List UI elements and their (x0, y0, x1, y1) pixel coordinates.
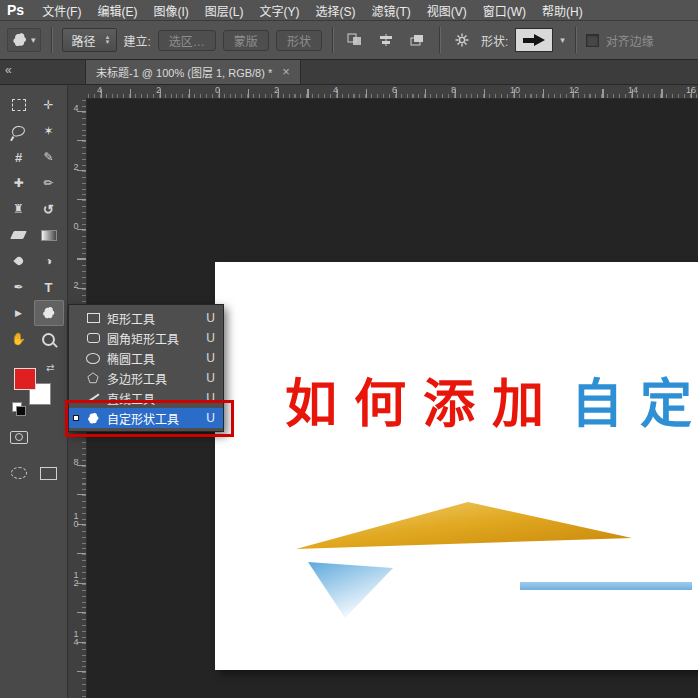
shape-settings-button[interactable] (450, 28, 474, 52)
swap-colors-icon[interactable]: ⇄ (46, 362, 54, 373)
shape-picker-swatch[interactable] (515, 28, 553, 52)
path-operations-button[interactable] (343, 28, 367, 52)
arrow-shape-thumbnail (523, 34, 545, 46)
flyout-item-rectangle-tool[interactable]: 矩形工具 U (69, 308, 223, 328)
crop-tool[interactable]: # (4, 144, 34, 170)
chevron-down-icon: ▾ (31, 35, 36, 45)
ruler-number: 10 (71, 511, 81, 527)
rounded-rectangle-icon (84, 333, 102, 343)
ruler-number: 16 (686, 85, 696, 95)
flyout-item-rounded-rectangle-tool[interactable]: 圆角矩形工具 U (69, 328, 223, 348)
menu-layer[interactable]: 图层(L) (197, 2, 252, 19)
menu-type[interactable]: 文字(Y) (251, 2, 307, 19)
make-mask-button[interactable]: 蒙版 (223, 30, 269, 51)
blur-tool[interactable] (4, 248, 34, 274)
photoshop-logo: Ps (0, 2, 34, 18)
tab-bar: 未标题-1 @ 100% (图层 1, RGB/8) * × (0, 60, 698, 85)
tool-mode-select[interactable]: 路径 ▲ ▼ (62, 28, 117, 52)
custom-shape-icon (12, 32, 28, 48)
document-tab[interactable]: 未标题-1 @ 100% (图层 1, RGB/8) * × (85, 60, 301, 84)
screen-mode-alt-button[interactable] (34, 460, 64, 486)
make-selection-button[interactable]: 选区… (158, 30, 216, 51)
lasso-icon (11, 125, 26, 137)
healing-brush-tool[interactable]: ✚ (4, 170, 34, 196)
screen-mode-button[interactable] (4, 460, 34, 486)
rect-marquee-tool[interactable] (4, 92, 34, 118)
flyout-item-polygon-tool[interactable]: 多边形工具 U (69, 368, 223, 388)
gradient-icon (41, 230, 57, 241)
ruler-number: 14 (71, 629, 81, 645)
default-colors-icon[interactable] (12, 402, 22, 412)
menu-file[interactable]: 文件(F) (34, 2, 89, 19)
ruler-corner[interactable] (68, 84, 87, 99)
current-tool-marker (73, 355, 79, 361)
zoom-tool[interactable] (34, 326, 64, 352)
menu-view[interactable]: 视图(V) (419, 2, 475, 19)
shape-picker-chevron-icon[interactable]: ▾ (560, 35, 565, 45)
current-tool-marker (73, 375, 79, 381)
clone-stamp-tool[interactable]: ♜ (4, 196, 34, 222)
current-tool-marker (73, 415, 79, 421)
make-label: 建立: (124, 32, 151, 49)
quick-mask-icon (10, 431, 28, 444)
align-edges-checkbox[interactable] (586, 34, 599, 47)
foreground-color-swatch[interactable] (14, 368, 36, 390)
blue-bar-shape (520, 582, 692, 590)
flyout-item-custom-shape-tool[interactable]: 自定形状工具 U (69, 408, 223, 428)
ruler-number: 14 (628, 85, 638, 95)
custom-shape-icon (84, 412, 102, 425)
document-canvas[interactable]: 如何添加自定 (215, 262, 698, 670)
magic-wand-icon: ✶ (43, 125, 53, 137)
separator (51, 27, 52, 53)
custom-shape-tool[interactable] (34, 300, 64, 326)
flyout-item-line-tool[interactable]: 直线工具 U (69, 388, 223, 408)
collapse-panel-icon[interactable]: « (5, 63, 12, 77)
close-icon[interactable]: × (282, 67, 290, 77)
flyout-item-shortcut: U (206, 391, 217, 405)
path-arrange-button[interactable] (405, 28, 429, 52)
ruler-number: 12 (71, 570, 81, 586)
menu-help[interactable]: 帮助(H) (534, 2, 591, 19)
tool-preset-button[interactable]: ▾ (7, 28, 41, 52)
canvas-shapes (215, 262, 698, 670)
flyout-item-shortcut: U (206, 411, 217, 425)
menu-select[interactable]: 选择(S) (307, 2, 363, 19)
path-alignment-icon (378, 33, 394, 47)
eyedropper-tool[interactable]: ✎ (34, 144, 64, 170)
ruler-horizontal[interactable]: 4 2 0 2 4 6 8 10 12 14 16 (86, 84, 698, 99)
menu-edit[interactable]: 编辑(E) (89, 2, 145, 19)
menu-image[interactable]: 图像(I) (145, 2, 196, 19)
path-alignment-button[interactable] (374, 28, 398, 52)
path-selection-tool[interactable]: ▶ (4, 300, 34, 326)
blur-drop-icon (13, 255, 24, 266)
dodge-tool[interactable]: ◑ (34, 248, 64, 274)
line-icon (84, 397, 102, 399)
type-tool[interactable]: T (34, 274, 64, 300)
separator (332, 27, 333, 53)
menu-window[interactable]: 窗口(W) (475, 2, 534, 19)
brush-tool[interactable]: ✏ (34, 170, 64, 196)
pen-tool[interactable]: ✒ (4, 274, 34, 300)
hand-tool[interactable]: ✋ (4, 326, 34, 352)
path-operations-icon (347, 33, 363, 47)
heading-blue-text: 自定 (571, 373, 698, 434)
quick-mask-button[interactable] (4, 424, 34, 450)
lasso-tool[interactable] (4, 118, 34, 144)
move-icon: ✛ (43, 99, 53, 111)
dodge-icon: ◑ (45, 255, 52, 267)
history-icon: ↺ (43, 203, 54, 216)
ruler-number: 2 (274, 85, 279, 95)
make-shape-button[interactable]: 形状 (276, 30, 322, 51)
ruler-number: 10 (510, 85, 520, 95)
flyout-item-label: 椭圆工具 (107, 350, 201, 367)
history-brush-tool[interactable]: ↺ (34, 196, 64, 222)
magic-wand-tool[interactable]: ✶ (34, 118, 64, 144)
dashed-ellipse-icon (11, 467, 27, 479)
pen-icon: ✒ (13, 281, 23, 293)
flyout-item-ellipse-tool[interactable]: 椭圆工具 U (69, 348, 223, 368)
eraser-tool[interactable] (4, 222, 34, 248)
move-tool[interactable]: ✛ (34, 92, 64, 118)
menu-filter[interactable]: 滤镜(T) (363, 2, 418, 19)
marquee-icon (12, 99, 26, 111)
gradient-tool[interactable] (34, 222, 64, 248)
